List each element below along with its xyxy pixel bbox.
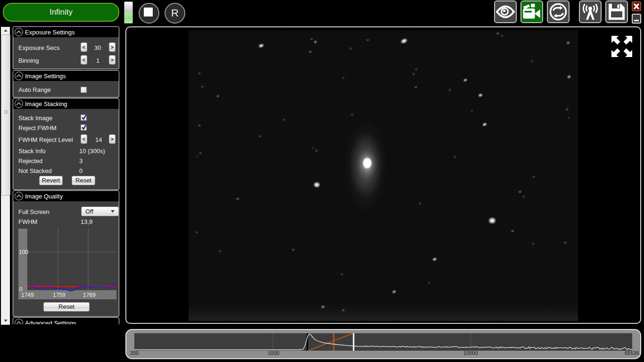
svg-text:1749: 1749 [21, 292, 34, 298]
svg-text:1769: 1769 [83, 292, 96, 298]
svg-text:100: 100 [19, 249, 28, 255]
svg-text:1759: 1759 [53, 292, 66, 298]
